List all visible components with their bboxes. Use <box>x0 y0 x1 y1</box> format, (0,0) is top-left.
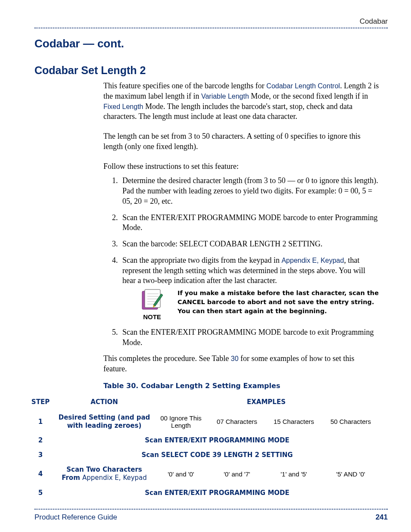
cell-step: 2 <box>26 433 55 448</box>
intro-paragraph-1: This feature specifies one of the barcod… <box>103 81 379 122</box>
step-1: Determine the desired character length (… <box>120 176 379 206</box>
cell-step: 1 <box>26 410 55 433</box>
cell-step: 4 <box>26 462 55 485</box>
intro-paragraph-3: Follow these instructions to set this fe… <box>103 162 379 172</box>
link-appendix-e-keypad[interactable]: Appendix E, Keypad <box>281 257 344 264</box>
closing-paragraph: This completes the procedure. See Table … <box>103 354 379 374</box>
top-divider <box>34 28 388 28</box>
cell-example: 07 Characters <box>209 410 265 433</box>
step-2: Scan the ENTER/EXIT PROGRAMMING MODE bar… <box>120 213 379 233</box>
cell-action-span: Scan ENTER/EXIT PROGRAMMING MODE <box>55 433 379 448</box>
col-examples: EXAMPLES <box>153 395 379 410</box>
cell-action: Scan Two Characters From Appendix E, Key… <box>55 462 153 485</box>
link-appendix-e-keypad[interactable]: Appendix E, Keypad <box>82 474 147 482</box>
text: Mode, or the second fixed length if in <box>249 92 368 100</box>
heading-continued: Codabar — cont. <box>34 37 388 50</box>
note-text: If you make a mistake before the last ch… <box>177 289 379 316</box>
step-5: Scan the ENTER/EXIT PROGRAMMING MODE bar… <box>120 327 379 348</box>
text: This feature specifies one of the barcod… <box>103 81 266 90</box>
link-variable-length[interactable]: Variable Length <box>201 93 249 100</box>
steps-list: Determine the desired character length (… <box>103 176 379 348</box>
cell-example: 15 Characters <box>265 410 322 433</box>
note-label: NOTE <box>143 313 161 321</box>
link-table-30[interactable]: 30 <box>231 355 239 362</box>
notepad-icon <box>140 289 164 311</box>
table-row: 1 Desired Setting (and pad with leading … <box>26 410 379 433</box>
cell-example: '0' and '7' <box>209 462 265 485</box>
step-4: Scan the appropriate two digits from the… <box>120 255 379 321</box>
step-3: Scan the barcode: SELECT CODABAR LENGTH … <box>120 239 379 249</box>
cell-example: 00 Ignore This Length <box>153 410 209 433</box>
col-step: STEP <box>26 395 55 410</box>
table-row: 5 Scan ENTER/EXIT PROGRAMMING MODE <box>26 485 379 500</box>
cell-example: '1' and '5' <box>265 462 322 485</box>
table-caption: Table 30. Codabar Length 2 Setting Examp… <box>103 381 379 390</box>
cell-action-span: Scan SELECT CODE 39 LENGTH 2 SETTING <box>55 448 379 462</box>
footer-page-number: 241 <box>376 513 388 522</box>
running-header: Codabar <box>34 17 388 26</box>
table-row: 3 Scan SELECT CODE 39 LENGTH 2 SETTING <box>26 448 379 462</box>
table-row: 2 Scan ENTER/EXIT PROGRAMMING MODE <box>26 433 379 448</box>
cell-action-span: Scan ENTER/EXIT PROGRAMMING MODE <box>55 485 379 500</box>
col-action: ACTION <box>55 395 153 410</box>
heading-section: Codabar Set Length 2 <box>34 64 388 77</box>
page-footer: Product Reference Guide 241 <box>34 513 388 522</box>
text: This completes the procedure. See Table <box>103 354 231 363</box>
cell-example: '0' and '0' <box>153 462 209 485</box>
cell-step: 5 <box>26 485 55 500</box>
cell-example: 50 Characters <box>322 410 379 433</box>
link-codabar-length-control[interactable]: Codabar Length Control <box>266 82 340 90</box>
text: Scan the appropriate two digits from the… <box>122 256 281 264</box>
cell-step: 3 <box>26 448 55 462</box>
table-header-row: STEP ACTION EXAMPLES <box>26 395 379 410</box>
link-fixed-length[interactable]: Fixed Length <box>103 103 143 110</box>
cell-example: '5' AND '0' <box>322 462 379 485</box>
bottom-divider <box>34 509 388 510</box>
table-row: 4 Scan Two Characters From Appendix E, K… <box>26 462 379 485</box>
note-block: NOTE If you make a mistake before the la… <box>137 289 379 321</box>
footer-guide: Product Reference Guide <box>34 513 117 522</box>
intro-paragraph-2: The length can be set from 3 to 50 chara… <box>103 131 379 152</box>
cell-action: Desired Setting (and pad with leading ze… <box>55 410 153 433</box>
examples-table: STEP ACTION EXAMPLES 1 Desired Setting (… <box>26 395 379 500</box>
